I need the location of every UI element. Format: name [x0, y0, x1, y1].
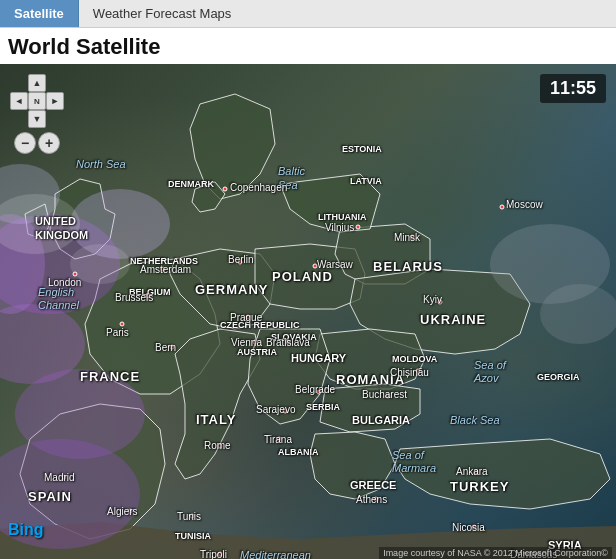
dot-prague	[246, 315, 251, 320]
nav-up-button[interactable]: ▲	[28, 74, 46, 92]
dot-brussels	[146, 294, 151, 299]
dot-tripoli	[218, 552, 223, 557]
dot-nicosia	[472, 525, 477, 530]
map-attribution: Image courtesy of NASA © 2012 Microsoft …	[379, 547, 612, 559]
dot-bratislava	[286, 340, 291, 345]
zoom-controls: − +	[14, 132, 60, 154]
svg-point-10	[70, 244, 130, 284]
tab-bar: Satellite Weather Forecast Maps	[0, 0, 616, 28]
dot-amsterdam	[161, 267, 166, 272]
nav-down-button[interactable]: ▼	[28, 110, 46, 128]
dot-london	[73, 272, 78, 277]
dot-athens	[374, 497, 379, 502]
dot-vilnius	[356, 225, 361, 230]
dot-tirana	[277, 437, 282, 442]
dot-vienna	[253, 340, 258, 345]
time-badge: 11:55	[540, 74, 606, 103]
zoom-in-button[interactable]: +	[38, 132, 60, 154]
tab-satellite[interactable]: Satellite	[0, 0, 79, 27]
tab-weather-forecast[interactable]: Weather Forecast Maps	[79, 0, 245, 27]
nav-arrows: ▲ ◄ N ► ▼	[10, 74, 64, 128]
bing-logo: Bing	[8, 521, 44, 539]
dot-sarajevo	[283, 409, 288, 414]
tab-satellite-label: Satellite	[14, 6, 64, 21]
map-container[interactable]: FRANCE GERMANY POLAND BELARUS UKRAINE RO…	[0, 64, 616, 559]
dot-tunis	[190, 514, 195, 519]
nav-left-button[interactable]: ◄	[10, 92, 28, 110]
dot-berlin	[238, 260, 243, 265]
map-svg	[0, 64, 616, 559]
dot-bern	[170, 345, 175, 350]
tab-weather-label: Weather Forecast Maps	[93, 6, 231, 21]
nav-controls: ▲ ◄ N ► ▼ − +	[10, 74, 64, 154]
dot-moscow	[500, 205, 505, 210]
dot-chisinau	[416, 369, 421, 374]
page-title: World Satellite	[0, 28, 616, 64]
dot-madrid	[62, 475, 67, 480]
zoom-out-button[interactable]: −	[14, 132, 36, 154]
bing-text: Bing	[8, 521, 44, 538]
dot-ankara	[474, 470, 479, 475]
dot-warsaw	[313, 264, 318, 269]
nav-north-label: N	[28, 92, 46, 110]
nav-right-button[interactable]: ►	[46, 92, 64, 110]
dot-copenhagen	[223, 187, 228, 192]
dot-belgrade	[317, 390, 322, 395]
dot-rome	[218, 444, 223, 449]
dot-paris	[120, 322, 125, 327]
dot-bucharest	[386, 394, 391, 399]
dot-minsk	[410, 235, 415, 240]
dot-algiers	[128, 509, 133, 514]
dot-kyiv	[438, 300, 443, 305]
